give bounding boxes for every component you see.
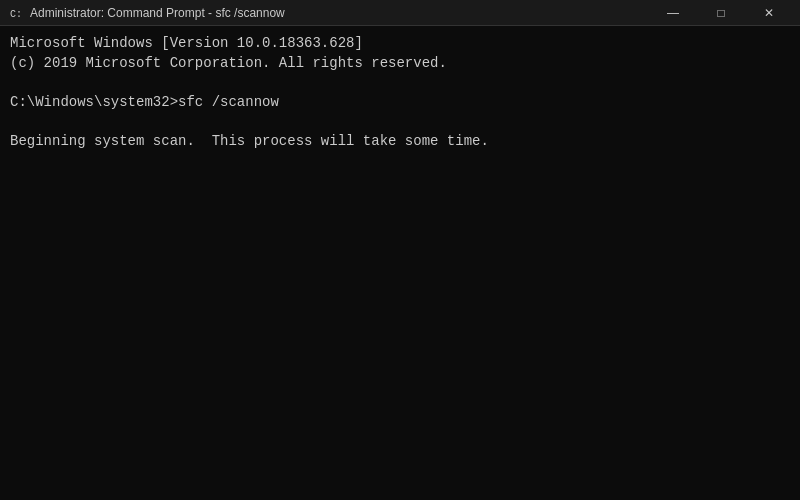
- minimize-button[interactable]: —: [650, 0, 696, 26]
- terminal-line: [10, 112, 790, 132]
- terminal-line: C:\Windows\system32>sfc /scannow: [10, 93, 790, 113]
- close-button[interactable]: ✕: [746, 0, 792, 26]
- terminal-line: [10, 73, 790, 93]
- maximize-button[interactable]: □: [698, 0, 744, 26]
- svg-text:C:: C:: [10, 9, 22, 20]
- terminal-line: (c) 2019 Microsoft Corporation. All righ…: [10, 54, 790, 74]
- terminal-line: Beginning system scan. This process will…: [10, 132, 790, 152]
- cmd-window: C: Administrator: Command Prompt - sfc /…: [0, 0, 800, 500]
- terminal-body[interactable]: Microsoft Windows [Version 10.0.18363.62…: [0, 26, 800, 500]
- window-controls: — □ ✕: [650, 0, 792, 26]
- cmd-icon: C:: [8, 5, 24, 21]
- window-title: Administrator: Command Prompt - sfc /sca…: [30, 6, 650, 20]
- terminal-line: Microsoft Windows [Version 10.0.18363.62…: [10, 34, 790, 54]
- title-bar: C: Administrator: Command Prompt - sfc /…: [0, 0, 800, 26]
